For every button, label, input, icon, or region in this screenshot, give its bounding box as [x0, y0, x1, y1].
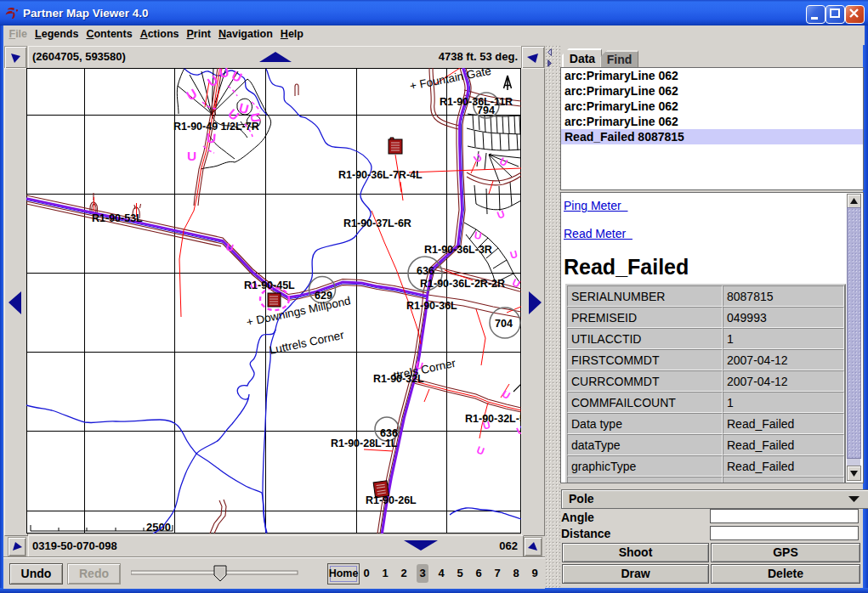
svg-text:R1-90-28L-1L: R1-90-28L-1L — [331, 438, 398, 449]
svg-text:2500: 2500 — [146, 521, 171, 534]
svg-text:U: U — [218, 68, 230, 81]
svg-text:U: U — [500, 387, 513, 401]
svg-text:R1-90-37L-6R: R1-90-37L-6R — [343, 217, 411, 229]
svg-text:U: U — [474, 229, 483, 242]
svg-text:R1-90-49 1/2L-7R: R1-90-49 1/2L-7R — [173, 121, 259, 133]
svg-text:U: U — [508, 248, 519, 262]
svg-text:R1-90-26L: R1-90-26L — [366, 494, 417, 506]
svg-text:U: U — [187, 149, 196, 163]
svg-text:R1-90-36L-7R-4L: R1-90-36L-7R-4L — [338, 169, 423, 181]
svg-text:R1-90-53L: R1-90-53L — [92, 212, 143, 224]
svg-text:+ Downings Millpond: + Downings Millpond — [246, 294, 352, 329]
svg-text:636: 636 — [380, 427, 398, 439]
svg-text:U: U — [496, 207, 507, 221]
svg-text:+ Fountain Gate: + Fountain Gate — [409, 68, 492, 93]
svg-text:704: 704 — [495, 318, 513, 330]
svg-text:ttrels Corner: ttrels Corner — [393, 357, 457, 382]
svg-text:U: U — [475, 443, 486, 457]
svg-text:R1-90-36L: R1-90-36L — [406, 300, 457, 312]
svg-text:U: U — [514, 423, 521, 437]
svg-text:794: 794 — [477, 104, 495, 116]
svg-text:R1-90-36L-2R-2R: R1-90-36L-2R-2R — [420, 278, 505, 290]
svg-text:U: U — [472, 151, 485, 165]
svg-text:R1-90-32L-5R: R1-90-32L-5R — [465, 413, 521, 425]
svg-text:U: U — [206, 131, 217, 146]
svg-text:R1-90-45L: R1-90-45L — [244, 280, 295, 291]
svg-text:R1-90-36L-3R: R1-90-36L-3R — [424, 244, 492, 256]
svg-text:636: 636 — [417, 265, 434, 277]
